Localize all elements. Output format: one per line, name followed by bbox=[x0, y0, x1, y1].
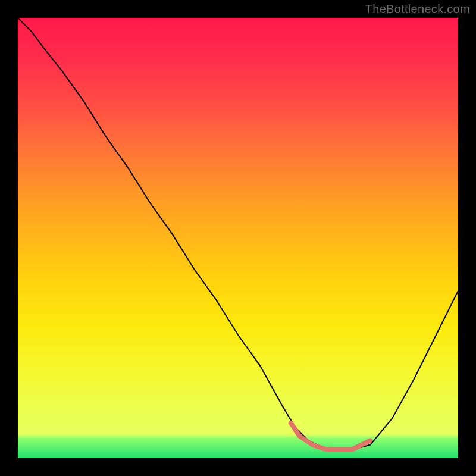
chart-frame: TheBottleneck.com bbox=[0, 0, 476, 476]
chart-svg bbox=[18, 18, 458, 458]
plot-background bbox=[18, 18, 458, 458]
plot-area bbox=[18, 18, 458, 458]
watermark-label: TheBottleneck.com bbox=[365, 2, 470, 16]
